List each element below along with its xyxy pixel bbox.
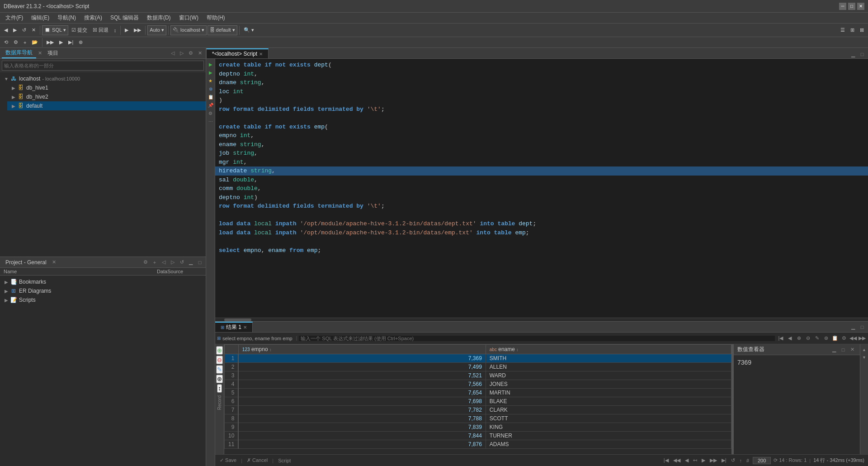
rg-btn-2[interactable]: ▼	[861, 354, 868, 361]
result-tab-1[interactable]: ⊞ 结果 1 ✕	[215, 322, 253, 332]
gutter-filter-btn[interactable]: ⊛	[207, 85, 214, 92]
results-toolbar-btn-1[interactable]: ⊕	[795, 334, 803, 342]
rg-btn-1[interactable]: ▲	[861, 346, 868, 353]
results-gutter-btn-1[interactable]: ⊕	[216, 346, 223, 355]
toolbar-back-button[interactable]: ◀	[2, 25, 10, 35]
table-row[interactable]: 7 7,782 CLARK	[225, 406, 731, 414]
results-toolbar-btn-3[interactable]: ✎	[813, 334, 821, 342]
gutter-run-btn-2[interactable]: ▶	[207, 69, 214, 76]
gutter-paste-btn[interactable]: 📌	[207, 101, 214, 109]
toolbar-connection-dropdown[interactable]: 🔌 localhost ▾	[170, 25, 207, 35]
menu-window[interactable]: 窗口(W)	[175, 13, 202, 23]
project-maximize-btn[interactable]: □	[196, 258, 204, 266]
toolbar2-run-script[interactable]: ▶|	[66, 38, 75, 48]
menu-nav[interactable]: 导航(N)	[54, 13, 80, 23]
menu-help[interactable]: 帮助(H)	[203, 13, 229, 23]
results-nav-refresh-btn[interactable]: ↺	[730, 457, 736, 463]
toolbar-sql-dropdown[interactable]: 🔲 SQL ▾	[42, 25, 68, 35]
gutter-settings-btn[interactable]: ⚙	[207, 109, 214, 117]
db-nav-collapse-btn[interactable]: ◁	[169, 49, 177, 57]
project-expand-btn[interactable]: ▷	[169, 258, 177, 266]
results-nav-skip-btn[interactable]: ↤	[692, 457, 698, 463]
toolbar2-settings[interactable]: ⚙	[11, 38, 20, 48]
results-toolbar-btn-6[interactable]: ⚙	[840, 334, 848, 342]
table-row[interactable]: 3 7,521 WARD	[225, 371, 731, 380]
toolbar2-new[interactable]: +	[21, 38, 28, 48]
toolbar-execute-button[interactable]: ▶	[123, 25, 131, 35]
results-nav-next2-btn[interactable]: ▶▶	[709, 457, 718, 463]
toolbar-right-2[interactable]: ⊞	[848, 25, 857, 35]
toolbar-commit-button[interactable]: ☑ 提交	[69, 25, 90, 35]
maximize-button[interactable]: □	[848, 3, 855, 10]
toolbar-right-1[interactable]: ☰	[838, 25, 847, 35]
results-nav-count-btn[interactable]: #	[745, 458, 750, 463]
menu-file[interactable]: 文件(F)	[2, 13, 27, 23]
project-minimize-btn[interactable]: ▁	[187, 258, 195, 266]
results-nav-first-btn[interactable]: |◀	[663, 457, 670, 463]
result-tab-close[interactable]: ✕	[243, 325, 247, 330]
col-header-empno[interactable]: 123 empno ↕	[238, 345, 486, 354]
tree-item-localhost[interactable]: ▼ 🖧 localhost - localhost:10000	[0, 74, 206, 83]
results-nav-prev[interactable]: ◀	[786, 334, 794, 342]
menu-database[interactable]: 数据库(D)	[143, 13, 175, 23]
results-toolbar-btn-5[interactable]: 📋	[831, 334, 839, 342]
db-nav-close-btn[interactable]: ✕	[196, 49, 204, 57]
results-script-btn[interactable]: Script	[277, 458, 292, 463]
db-nav-tab[interactable]: 数据库导航	[2, 48, 36, 58]
editor-tab-close[interactable]: ✕	[259, 52, 263, 57]
menu-edit[interactable]: 编辑(E)	[28, 13, 53, 23]
close-button[interactable]: ✕	[857, 3, 864, 10]
results-gutter-btn-4[interactable]: ⊛	[216, 375, 223, 383]
results-maximize-btn[interactable]: □	[858, 323, 866, 331]
tree-item-default[interactable]: ▶ 🗄 default	[7, 101, 206, 110]
results-nav-last-btn[interactable]: ▶|	[721, 457, 727, 463]
tree-item-scripts[interactable]: ▶ 📝 Scripts	[0, 295, 206, 304]
db-nav-search-input[interactable]	[2, 61, 204, 71]
results-nav-prev-btn[interactable]: ◀◀	[672, 457, 681, 463]
col-header-ename[interactable]: abc ename ↕	[486, 345, 731, 354]
project-add-btn[interactable]: +	[151, 258, 159, 266]
project-sync-btn[interactable]: ↺	[178, 258, 186, 266]
table-row[interactable]: 11 7,876 ADAMS	[225, 440, 731, 449]
table-row[interactable]: 6 7,698 BLAKE	[225, 397, 731, 406]
value-checker-close[interactable]: ✕	[848, 346, 856, 354]
toolbar-right-3[interactable]: ⊠	[858, 25, 866, 35]
toolbar-forward-button[interactable]: ▶	[11, 25, 19, 35]
results-nav-next-btn[interactable]: ▶	[701, 457, 706, 463]
results-gutter-btn-3[interactable]: ✎	[216, 365, 223, 374]
table-row[interactable]: 4 7,566 JONES	[225, 380, 731, 389]
toolbar-refresh-button[interactable]: ↺	[20, 25, 28, 35]
db-nav-settings-btn[interactable]: ⚙	[187, 49, 195, 57]
results-table-wrapper[interactable]: 123 empno ↕ abc ename ↕	[224, 344, 731, 454]
menu-search[interactable]: 搜索(A)	[80, 13, 106, 23]
gutter-more-btn[interactable]: ⋯	[207, 118, 214, 125]
toolbar-auto-dropdown[interactable]: Auto ▾	[147, 25, 166, 35]
results-toolbar-btn-2[interactable]: ⊖	[804, 334, 812, 342]
results-gutter-btn-5[interactable]: ↕	[217, 384, 222, 393]
toolbar2-run-all[interactable]: ▶▶	[44, 38, 56, 48]
menu-sql-editor[interactable]: SQL 编辑器	[107, 13, 142, 23]
table-row[interactable]: 2 7,499 ALLEN	[225, 363, 731, 371]
results-page-size-input[interactable]	[753, 457, 771, 464]
tree-item-db-hive1[interactable]: ▶ 🗄 db_hive1	[7, 83, 206, 92]
table-row[interactable]: 10 7,844 TURNER	[225, 432, 731, 440]
editor-tab-script[interactable]: *<localhost> Script ✕	[206, 48, 269, 58]
gutter-run-btn[interactable]: ▶	[207, 61, 214, 68]
tree-item-bookmarks[interactable]: ▶ 📑 Bookmarks	[0, 277, 206, 286]
toolbar2-explain[interactable]: ⊛	[76, 38, 85, 48]
table-row[interactable]: 1 7,369 SMITH	[225, 354, 731, 363]
editor-hscroll[interactable]	[215, 318, 868, 321]
table-row[interactable]: 9 7,839 KING	[225, 423, 731, 432]
toolbar2-open[interactable]: 📂	[29, 38, 40, 48]
toolbar-rollback-button[interactable]: ☒ 回退	[90, 25, 111, 35]
gutter-bookmark-btn[interactable]: ★	[207, 77, 214, 84]
code-editor[interactable]: create table if not exists dept( deptno …	[215, 59, 868, 318]
results-nav-export-btn[interactable]: ↑	[739, 458, 743, 463]
project-tab-in-nav[interactable]: 项目	[44, 48, 62, 58]
results-cancel-btn[interactable]: ✗ Cancel	[246, 457, 269, 463]
results-nav-prev2[interactable]: ◀◀	[849, 334, 857, 342]
toolbar-more-button[interactable]: ▶▶	[132, 25, 143, 35]
hscroll-thumb[interactable]	[224, 319, 251, 321]
toolbar2-run-sel[interactable]: ▶	[57, 38, 65, 48]
results-minimize-btn[interactable]: ▁	[849, 323, 857, 331]
